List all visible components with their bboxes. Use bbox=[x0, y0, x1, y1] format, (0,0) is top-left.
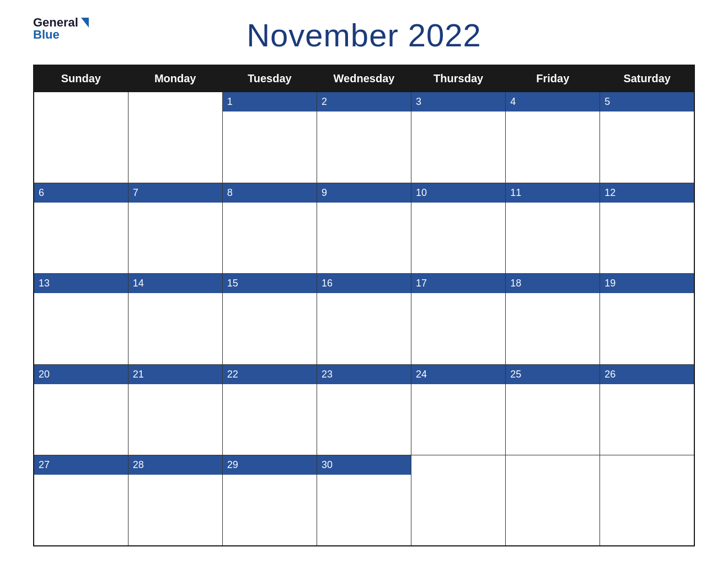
date-number: 19 bbox=[600, 274, 694, 293]
date-number: 6 bbox=[34, 183, 128, 203]
calendar-cell: 2 bbox=[317, 92, 411, 183]
logo-general: General bbox=[33, 17, 78, 29]
page-header: General Blue November 2022 bbox=[33, 17, 695, 54]
calendar-cell: 24 bbox=[411, 364, 506, 455]
calendar-cell: 29 bbox=[222, 455, 317, 546]
calendar-cell bbox=[411, 455, 506, 546]
logo: General Blue bbox=[33, 17, 89, 41]
calendar-cell: 14 bbox=[128, 274, 222, 365]
calendar-cell: 4 bbox=[506, 92, 600, 183]
col-saturday: Saturday bbox=[600, 65, 694, 92]
calendar-cell: 30 bbox=[317, 455, 411, 546]
logo-blue: Blue bbox=[33, 29, 60, 41]
date-number: 8 bbox=[223, 183, 317, 203]
date-number: 9 bbox=[317, 183, 411, 203]
date-number: 3 bbox=[411, 92, 505, 111]
col-tuesday: Tuesday bbox=[222, 65, 317, 92]
date-number: 17 bbox=[411, 274, 505, 293]
calendar-week-5: 27282930 bbox=[34, 455, 694, 546]
date-number: 20 bbox=[34, 365, 128, 384]
calendar-cell: 1 bbox=[222, 92, 317, 183]
calendar-cell bbox=[600, 455, 694, 546]
calendar-cell: 21 bbox=[128, 364, 222, 455]
col-sunday: Sunday bbox=[34, 65, 128, 92]
calendar-cell: 10 bbox=[411, 183, 506, 274]
date-number: 2 bbox=[317, 92, 411, 111]
calendar-cell: 20 bbox=[34, 364, 128, 455]
calendar-header-row: Sunday Monday Tuesday Wednesday Thursday… bbox=[34, 65, 694, 92]
calendar-cell: 22 bbox=[222, 364, 317, 455]
calendar-week-4: 20212223242526 bbox=[34, 364, 694, 455]
calendar-cell: 16 bbox=[317, 274, 411, 365]
calendar-cell: 19 bbox=[600, 274, 694, 365]
calendar-cell: 9 bbox=[317, 183, 411, 274]
calendar-table: Sunday Monday Tuesday Wednesday Thursday… bbox=[33, 65, 695, 546]
date-number: 22 bbox=[223, 365, 317, 384]
calendar-week-1: 12345 bbox=[34, 92, 694, 183]
date-number: 5 bbox=[600, 92, 694, 111]
calendar-week-3: 13141516171819 bbox=[34, 274, 694, 365]
calendar-cell: 11 bbox=[506, 183, 600, 274]
calendar-cell: 25 bbox=[506, 364, 600, 455]
calendar-cell: 5 bbox=[600, 92, 694, 183]
date-number: 29 bbox=[223, 455, 317, 475]
calendar-cell bbox=[34, 92, 128, 183]
calendar-cell: 3 bbox=[411, 92, 506, 183]
calendar-cell: 6 bbox=[34, 183, 128, 274]
col-wednesday: Wednesday bbox=[317, 65, 411, 92]
date-number: 18 bbox=[506, 274, 599, 293]
date-number: 21 bbox=[129, 365, 222, 384]
date-number: 24 bbox=[411, 365, 505, 384]
date-number: 26 bbox=[600, 365, 694, 384]
calendar-cell: 18 bbox=[506, 274, 600, 365]
date-number: 25 bbox=[506, 365, 599, 384]
col-friday: Friday bbox=[506, 65, 600, 92]
date-number: 4 bbox=[506, 92, 599, 111]
calendar-cell: 12 bbox=[600, 183, 694, 274]
date-number: 30 bbox=[317, 455, 411, 475]
date-number: 13 bbox=[34, 274, 128, 293]
date-number: 11 bbox=[506, 183, 599, 203]
date-number: 10 bbox=[411, 183, 505, 203]
col-monday: Monday bbox=[128, 65, 222, 92]
calendar-cell bbox=[128, 92, 222, 183]
calendar-week-2: 6789101112 bbox=[34, 183, 694, 274]
date-number: 16 bbox=[317, 274, 411, 293]
date-number: 15 bbox=[223, 274, 317, 293]
calendar-cell: 27 bbox=[34, 455, 128, 546]
calendar-cell: 28 bbox=[128, 455, 222, 546]
date-number: 7 bbox=[129, 183, 222, 203]
page-title: November 2022 bbox=[247, 17, 481, 54]
calendar-cell bbox=[506, 455, 600, 546]
logo-triangle-icon bbox=[81, 18, 89, 28]
date-number: 28 bbox=[129, 455, 222, 475]
calendar-cell: 15 bbox=[222, 274, 317, 365]
date-number: 27 bbox=[34, 455, 128, 475]
date-number: 14 bbox=[129, 274, 222, 293]
calendar-cell: 13 bbox=[34, 274, 128, 365]
calendar-cell: 7 bbox=[128, 183, 222, 274]
calendar-cell: 26 bbox=[600, 364, 694, 455]
date-number: 12 bbox=[600, 183, 694, 203]
date-number: 1 bbox=[223, 92, 317, 111]
calendar-cell: 17 bbox=[411, 274, 506, 365]
date-number: 23 bbox=[317, 365, 411, 384]
calendar-cell: 8 bbox=[222, 183, 317, 274]
calendar-cell: 23 bbox=[317, 364, 411, 455]
col-thursday: Thursday bbox=[411, 65, 506, 92]
